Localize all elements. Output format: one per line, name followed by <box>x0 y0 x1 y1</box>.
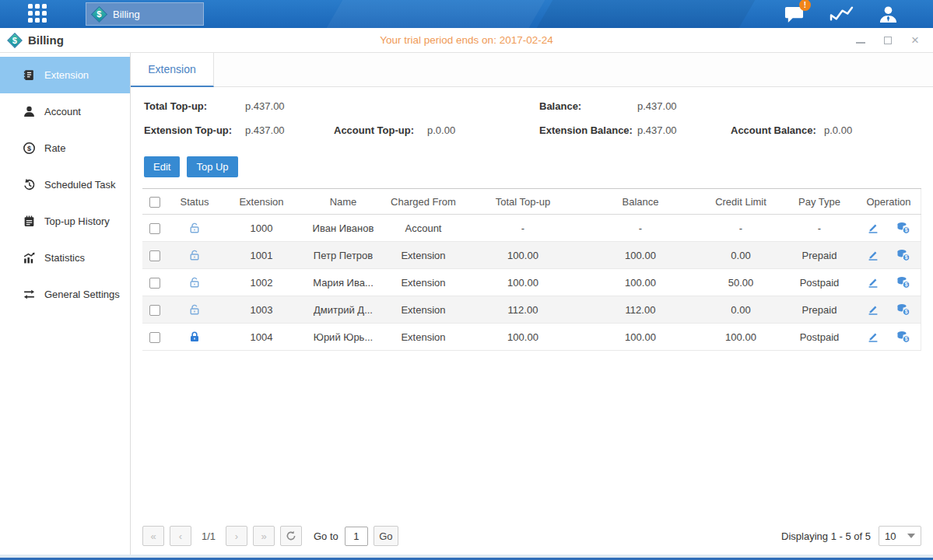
window-titlebar: $ Billing Your trial period ends on: 201… <box>0 28 933 53</box>
goto-page-input[interactable] <box>345 527 368 546</box>
sidebar-item-extension[interactable]: Extension <box>0 57 130 93</box>
topup-coins-icon[interactable]: $ <box>896 276 910 289</box>
table-row: 1003 Дмитрий Д... Extension 112.00 112.0… <box>142 296 921 324</box>
next-page-button[interactable]: › <box>226 526 247 546</box>
lock-open-icon <box>188 276 201 289</box>
row-checkbox[interactable] <box>149 278 160 289</box>
page-size-value: 10 <box>885 530 896 542</box>
charged-from-cell: Extension <box>382 242 465 269</box>
topup-coins-icon[interactable]: $ <box>896 303 910 316</box>
tab-extension[interactable]: Extension <box>131 53 214 87</box>
col-extension: Extension <box>219 189 304 215</box>
charged-from-cell: Extension <box>382 324 465 351</box>
refresh-button[interactable] <box>280 526 302 546</box>
sidebar-item-label: Extension <box>44 69 89 81</box>
sidebar-item-scheduled-task[interactable]: Scheduled Task <box>0 166 130 203</box>
extension-topup-value: p.437.00 <box>245 124 334 136</box>
row-checkbox[interactable] <box>149 332 160 343</box>
sidebar-item-statistics[interactable]: Statistics <box>0 240 130 276</box>
pay-type-cell: Prepaid <box>782 242 857 269</box>
sidebar: Extension Account $ Rate <box>0 53 131 555</box>
name-cell: Юрий Юрь... <box>304 324 382 351</box>
edit-button[interactable]: Edit <box>144 156 180 177</box>
page-size-select[interactable]: 10 <box>879 526 921 546</box>
person-icon <box>23 105 36 118</box>
topup-coins-icon[interactable]: $ <box>896 222 910 234</box>
prev-page-button[interactable]: ‹ <box>170 526 191 546</box>
ledger-icon <box>23 215 36 228</box>
sidebar-item-general-settings[interactable]: General Settings <box>0 276 130 313</box>
dollar-circle-icon: $ <box>23 142 36 155</box>
balance-summary: Total Top-up: p.437.00 Balance: p.437.00… <box>131 87 933 149</box>
sidebar-item-label: Rate <box>44 142 65 154</box>
billing-diamond-dollar-icon: $ <box>91 5 107 22</box>
col-status: Status <box>170 189 219 215</box>
lock-open-icon <box>188 303 201 316</box>
last-page-button[interactable]: » <box>253 526 275 546</box>
topbar-decoration <box>537 0 756 28</box>
svg-text:$: $ <box>27 145 31 152</box>
edit-pencil-icon[interactable] <box>867 303 879 316</box>
trial-period-message: Your trial period ends on: 2017-02-24 <box>0 34 933 46</box>
first-page-button[interactable]: « <box>142 526 164 546</box>
edit-pencil-icon[interactable] <box>867 331 879 343</box>
refresh-icon <box>286 530 296 541</box>
go-button[interactable]: Go <box>374 526 398 546</box>
row-checkbox[interactable] <box>149 305 160 316</box>
pay-type-cell: - <box>782 215 857 242</box>
edit-pencil-icon[interactable] <box>867 222 879 234</box>
displaying-range: Displaying 1 - 5 of 5 <box>781 530 871 542</box>
name-cell: Иван Иванов <box>304 215 382 242</box>
total-topup-cell: 100.00 <box>465 269 581 296</box>
row-checkbox[interactable] <box>149 250 160 261</box>
balance-cell: 100.00 <box>581 269 700 296</box>
sidebar-item-label: Top-up History <box>44 215 110 227</box>
top-up-button[interactable]: Top Up <box>187 156 237 177</box>
operation-cell: $ <box>857 215 921 242</box>
chevron-down-icon <box>907 534 915 538</box>
svg-text:$: $ <box>905 310 908 316</box>
edit-pencil-icon[interactable] <box>867 249 879 261</box>
total-topup-cell: 112.00 <box>465 296 581 324</box>
balance-label: Balance: <box>539 100 637 112</box>
total-topup-label: Total Top-up: <box>144 100 245 112</box>
sidebar-item-topup-history[interactable]: Top-up History <box>0 203 130 240</box>
minimize-button[interactable] <box>855 35 866 46</box>
balance-cell: - <box>581 215 700 242</box>
col-name: Name <box>304 189 382 215</box>
charged-from-cell: Extension <box>382 269 465 296</box>
account-balance-label: Account Balance: <box>731 124 824 136</box>
statistics-chart-icon[interactable] <box>829 5 854 24</box>
lock-locked-icon <box>188 331 201 343</box>
extension-cell: 1003 <box>219 296 304 324</box>
select-all-checkbox[interactable] <box>149 197 160 208</box>
balance-value: p.437.00 <box>637 100 731 112</box>
credit-limit-cell: 0.00 <box>700 242 782 269</box>
taskbar-tab-billing[interactable]: $ Billing <box>86 2 204 26</box>
transfer-arrows-icon <box>23 288 36 301</box>
bar-chart-arrow-icon <box>23 251 36 264</box>
topbar-decoration <box>327 0 545 28</box>
notification-badge: ! <box>799 0 811 11</box>
lock-open-icon <box>188 222 201 234</box>
user-icon[interactable] <box>878 5 899 24</box>
pay-type-cell: Postpaid <box>782 269 857 296</box>
chat-icon[interactable]: ! <box>783 5 805 24</box>
pay-type-cell: Prepaid <box>782 296 857 324</box>
topup-coins-icon[interactable]: $ <box>896 249 910 261</box>
account-topup-value: p.0.00 <box>427 124 539 136</box>
sidebar-item-account[interactable]: Account <box>0 93 130 130</box>
app-grid-icon[interactable] <box>28 4 48 24</box>
close-button[interactable]: × <box>910 35 921 46</box>
sidebar-item-label: Statistics <box>44 252 85 264</box>
topup-coins-icon[interactable]: $ <box>896 331 910 343</box>
extension-cell: 1001 <box>219 242 304 269</box>
balance-cell: 112.00 <box>581 296 700 324</box>
col-total-topup: Total Top-up <box>465 189 581 215</box>
sidebar-item-rate[interactable]: $ Rate <box>0 130 130 166</box>
total-topup-cell: 100.00 <box>465 242 581 269</box>
taskbar-tab-label: Billing <box>113 9 140 20</box>
edit-pencil-icon[interactable] <box>867 276 879 289</box>
row-checkbox[interactable] <box>149 223 160 234</box>
maximize-button[interactable] <box>882 35 893 46</box>
